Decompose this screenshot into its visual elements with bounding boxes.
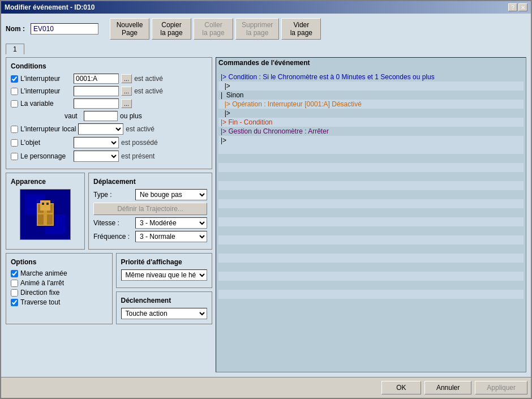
command-empty-5 (218, 181, 524, 190)
marche-animee-checkbox[interactable] (11, 270, 18, 277)
conditions-section: Conditions L'interrupteur ... est activé… (6, 57, 212, 169)
titlebar-buttons: ? ✕ (508, 3, 527, 11)
command-empty-4 (218, 172, 524, 181)
coller-page-button[interactable]: Collerla page (194, 18, 233, 40)
direction-fixe-checkbox[interactable] (11, 289, 18, 297)
command-empty-1 (218, 145, 524, 154)
command-empty-3 (218, 163, 524, 172)
interrupteur-local-checkbox[interactable] (11, 126, 18, 133)
main-window: Modifier événement - ID:010 ? ✕ Nom : No… (0, 0, 532, 399)
appliquer-button[interactable]: Appliquer (475, 381, 527, 394)
command-empty-17 (218, 290, 524, 299)
command-empty-6 (218, 190, 524, 199)
nouvelle-page-button[interactable]: NouvellePage (110, 18, 149, 40)
bottom-options-row: Options Marche animée Animé à l'arrêt Di… (6, 253, 212, 324)
vitesse-row: Vitesse : 1 - Très lente 2 - Lente 3 - M… (93, 217, 207, 229)
priorite-title: Priorité d'affichage (121, 258, 208, 266)
content-area: Nom : NouvellePage Copierla page Collerl… (1, 14, 531, 377)
interrupteur-1-checkbox[interactable] (11, 75, 18, 83)
frequence-label: Fréquence : (93, 233, 133, 241)
command-empty-7 (218, 199, 524, 208)
annuler-button[interactable]: Annuler (424, 381, 471, 394)
vaut-input[interactable] (84, 111, 118, 121)
direction-fixe-row: Direction fixe (11, 289, 108, 297)
help-button[interactable]: ? (508, 3, 517, 11)
objet-checkbox[interactable] (11, 139, 18, 147)
command-empty-9 (218, 217, 524, 226)
main-area: Conditions L'interrupteur ... est activé… (6, 57, 526, 372)
command-empty-13 (218, 254, 524, 263)
tab-1[interactable]: 1 (6, 44, 24, 54)
definir-trajectoire-button[interactable]: Définir la Trajectoire... (93, 203, 207, 215)
anime-arret-checkbox[interactable] (11, 280, 18, 287)
priorite-select[interactable]: Sous le héros Même niveau que le héros A… (121, 269, 208, 281)
right-panel: Commandes de l'événement |> Condition : … (216, 57, 526, 372)
svg-rect-11 (46, 203, 49, 205)
direction-fixe-label: Direction fixe (20, 289, 59, 297)
objet-select[interactable] (74, 137, 119, 148)
close-button[interactable]: ✕ (518, 3, 527, 11)
interrupteur-2-btn[interactable]: ... (121, 87, 132, 96)
ok-button[interactable]: OK (381, 381, 421, 394)
deplacement-section: Déplacement Type : Ne bouge pas Aléatoir… (88, 173, 212, 250)
window-title: Modifier événement - ID:010 (5, 3, 95, 11)
objet-label: L'objet (20, 139, 71, 147)
interrupteur-2-label: L'interrupteur (20, 87, 71, 95)
declenchement-section: Déclenchement Touche action Toucher héro… (116, 291, 213, 324)
vitesse-select[interactable]: 1 - Très lente 2 - Lente 3 - Modérée 4 -… (135, 217, 207, 229)
interrupteur-1-input[interactable] (74, 74, 119, 84)
condition-row-5: L'objet est possédé (11, 137, 207, 148)
traverse-tout-checkbox[interactable] (11, 299, 18, 306)
command-line-5: |> (218, 109, 524, 118)
apparence-preview[interactable] (20, 189, 71, 240)
conditions-title: Conditions (11, 62, 207, 70)
command-line-3: | Sinon (218, 91, 524, 100)
command-line-1: |> Condition : Si le Chronomètre est à 0… (218, 72, 524, 81)
marche-animee-label: Marche animée (20, 269, 67, 277)
sprite-svg (25, 195, 65, 234)
command-empty-2 (218, 154, 524, 163)
traverse-tout-label: Traverse tout (20, 298, 60, 306)
apparence-title: Apparence (11, 178, 80, 186)
options-section: Options Marche animée Animé à l'arrêt Di… (6, 253, 113, 324)
command-line-8: |> (218, 136, 524, 145)
condition-row-4: L'interrupteur local est activé (11, 123, 207, 135)
interrupteur-local-select[interactable] (78, 123, 123, 135)
variable-checkbox[interactable] (11, 100, 18, 108)
type-select[interactable]: Ne bouge pas Aléatoire Vers le héros Man… (135, 189, 207, 200)
frequence-select[interactable]: 1 - Très basse 2 - Basse 3 - Normale 4 -… (135, 231, 207, 242)
nom-input[interactable] (31, 23, 98, 35)
declenchement-select[interactable]: Touche action Toucher héros Toucher évén… (121, 308, 208, 319)
command-line-4: |> Opération : Interrupteur [0001:A] Dés… (218, 100, 524, 109)
frequence-row: Fréquence : 1 - Très basse 2 - Basse 3 -… (93, 231, 207, 242)
command-empty-12 (218, 244, 524, 254)
commands-title: Commandes de l'événement (216, 58, 526, 68)
condition-row-2: L'interrupteur ... est activé (11, 86, 207, 96)
condition-row-3: La variable ... (11, 98, 207, 109)
marche-animee-row: Marche animée (11, 269, 108, 277)
personnage-checkbox[interactable] (11, 153, 18, 160)
interrupteur-2-checkbox[interactable] (11, 88, 18, 95)
command-empty-8 (218, 208, 524, 217)
options-title: Options (11, 258, 108, 266)
personnage-select[interactable] (74, 151, 119, 162)
copier-page-button[interactable]: Copierla page (152, 18, 191, 40)
type-row: Type : Ne bouge pas Aléatoire Vers le hé… (93, 189, 207, 200)
vider-page-button[interactable]: Viderla page (281, 18, 321, 40)
personnage-status: est présent (121, 152, 155, 160)
variable-label: La variable (20, 100, 71, 108)
left-panel: Conditions L'interrupteur ... est activé… (6, 57, 212, 372)
interrupteur-2-input[interactable] (74, 86, 119, 96)
command-line-6: |> Fin - Condition (218, 118, 524, 127)
supprimer-page-button[interactable]: Supprimerla page (235, 18, 279, 40)
command-empty-14 (218, 263, 524, 272)
traverse-tout-row: Traverse tout (11, 298, 108, 306)
toolbar: NouvellePage Copierla page Collerla page… (110, 18, 321, 40)
commands-area[interactable]: |> Condition : Si le Chronomètre est à 0… (216, 70, 526, 372)
variable-btn[interactable]: ... (121, 99, 132, 108)
vitesse-label: Vitesse : (93, 219, 133, 227)
interrupteur-local-label: L'interrupteur local (20, 125, 76, 133)
variable-input[interactable] (74, 98, 119, 109)
svg-rect-8 (47, 214, 53, 225)
interrupteur-1-btn[interactable]: ... (121, 74, 132, 83)
